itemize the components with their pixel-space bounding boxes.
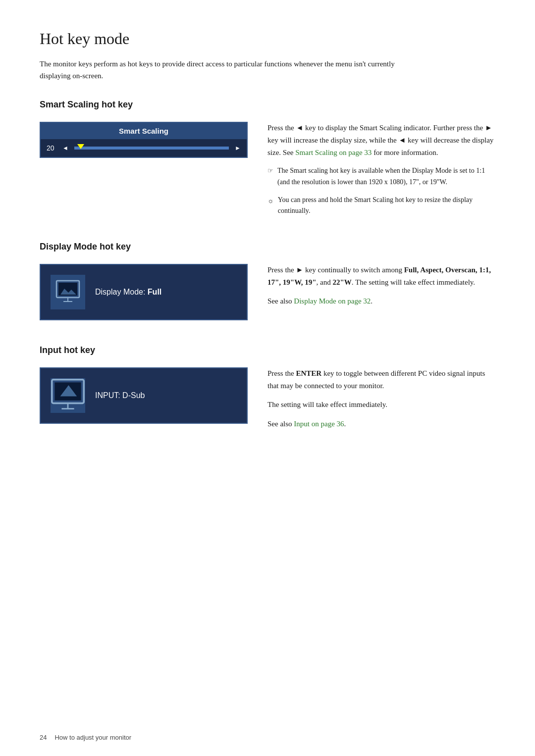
display-mode-left: Display Mode: Full bbox=[40, 264, 248, 320]
display-desc-part1: Press the ► key continually to switch am… bbox=[268, 266, 404, 274]
input-link[interactable]: Input on page 36 bbox=[294, 420, 344, 428]
display-mode-description: Press the ► key continually to switch am… bbox=[268, 264, 495, 289]
display-mode-heading: Display Mode hot key bbox=[40, 242, 495, 252]
input-icon bbox=[51, 378, 85, 413]
smart-scaling-section: Smart Scaling hot key Smart Scaling 20 ◄… bbox=[40, 100, 495, 217]
note-icon: ☞ bbox=[268, 166, 273, 176]
smart-scaling-widget: Smart Scaling 20 ◄ ► bbox=[40, 122, 248, 158]
smart-scaling-link[interactable]: Smart Scaling on page 33 bbox=[295, 149, 372, 156]
smart-scaling-slider-row: 20 ◄ ► bbox=[41, 139, 247, 157]
enter-bold: ENTER bbox=[296, 369, 322, 377]
input-right: Press the ENTER key to toggle between di… bbox=[268, 367, 495, 437]
tip-icon: ☼ bbox=[268, 196, 274, 206]
input-widget: INPUT: D-Sub bbox=[40, 367, 248, 424]
footer: 24 How to adjust your monitor bbox=[40, 734, 131, 741]
input-section: Input hot key INPUT: D-Sub bbox=[40, 345, 495, 437]
input-description: Press the ENTER key to toggle between di… bbox=[268, 367, 495, 392]
display-mode-content: Display Mode: Full Press the ► key conti… bbox=[40, 264, 495, 320]
display-mode-icon bbox=[51, 275, 85, 309]
display-mode-right: Press the ► key continually to switch am… bbox=[268, 264, 495, 314]
tip-text: You can press and hold the Smart Scaling… bbox=[278, 195, 495, 217]
input-monitor-icon bbox=[51, 378, 85, 413]
display-mode-label: Display Mode: Full bbox=[95, 288, 161, 297]
smart-scaling-title: Smart Scaling bbox=[41, 123, 247, 139]
display-mode-widget: Display Mode: Full bbox=[40, 264, 248, 320]
smart-scaling-tip: ☼ You can press and hold the Smart Scali… bbox=[268, 195, 495, 217]
display-see-also: See also Display Mode on page 32. bbox=[268, 295, 495, 307]
footer-section-label: How to adjust your monitor bbox=[54, 734, 131, 741]
display-mode-link[interactable]: Display Mode on page 32 bbox=[294, 297, 371, 305]
smart-scaling-note: ☞ The Smart scaling hot key is available… bbox=[268, 165, 495, 188]
slider-thumb bbox=[77, 144, 84, 149]
input-widget-label: INPUT: D-Sub bbox=[95, 391, 145, 400]
intro-paragraph: The monitor keys perform as hot keys to … bbox=[40, 58, 411, 82]
slider-track bbox=[74, 147, 229, 150]
display-mode-value: Full bbox=[148, 288, 161, 296]
input-line2: The setting will take effect immediately… bbox=[268, 399, 495, 411]
monitor-icon bbox=[55, 280, 80, 304]
slider-right-arrow-icon: ► bbox=[235, 145, 241, 151]
smart-scaling-heading: Smart Scaling hot key bbox=[40, 100, 495, 110]
smart-scaling-left: Smart Scaling 20 ◄ ► bbox=[40, 122, 248, 158]
smart-scaling-description: Press the ◄ key to display the Smart Sca… bbox=[268, 122, 495, 158]
slider-left-arrow-icon: ◄ bbox=[62, 145, 68, 151]
input-heading: Input hot key bbox=[40, 345, 495, 355]
smart-scaling-content: Smart Scaling 20 ◄ ► Press the ◄ key to … bbox=[40, 122, 495, 217]
smart-scaling-desc-part2: for more information. bbox=[372, 149, 438, 156]
smart-scaling-right: Press the ◄ key to display the Smart Sca… bbox=[268, 122, 495, 217]
note-text: The Smart scaling hot key is available w… bbox=[277, 165, 495, 188]
page-title: Hot key mode bbox=[40, 30, 495, 48]
input-left: INPUT: D-Sub bbox=[40, 367, 248, 424]
display-modes-bold2: 22"W bbox=[333, 278, 352, 286]
display-mode-section: Display Mode hot key Display Mode: bbox=[40, 242, 495, 320]
footer-page-number: 24 bbox=[40, 734, 47, 741]
input-content: INPUT: D-Sub Press the ENTER key to togg… bbox=[40, 367, 495, 437]
slider-value: 20 bbox=[47, 144, 58, 152]
input-see-also: See also Input on page 36. bbox=[268, 418, 495, 430]
